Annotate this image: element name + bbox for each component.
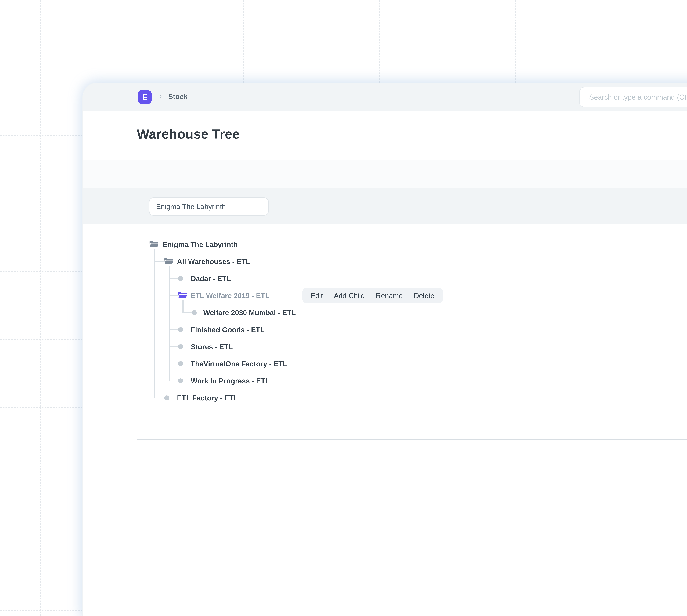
grid-line	[0, 136, 83, 136]
tree-node-thevirtualone-factory-etl[interactable]: TheVirtualOne Factory - ETL₹ 0	[83, 355, 687, 372]
grid-line	[515, 0, 516, 83]
grid-line	[0, 407, 83, 408]
grid-line	[0, 203, 83, 204]
tree-node-label[interactable]: Enigma The Labyrinth	[163, 240, 238, 248]
global-search	[579, 87, 687, 107]
tree-node-stores-etl[interactable]: Stores - ETL₹ 4,67,05,43,23	[83, 338, 687, 355]
tree-toolbar: Expand All	[83, 160, 687, 188]
grid-line	[650, 0, 651, 83]
breadcrumb[interactable]: Stock	[168, 92, 188, 101]
folder-open-icon	[178, 291, 187, 299]
folder-open-icon	[164, 257, 174, 265]
leaf-node-icon	[192, 310, 197, 315]
rename-button[interactable]: Rename	[376, 291, 403, 300]
tree-node-etl-welfare-2019-etl[interactable]: ETL Welfare 2019 - ETL₹ 11,00,000EditAdd…	[83, 287, 687, 304]
app-logo-icon[interactable]: E	[138, 90, 152, 104]
add-child-button[interactable]: Add Child	[334, 291, 365, 300]
node-actions-toolbar: EditAdd ChildRenameDelete	[302, 288, 443, 303]
leaf-node-icon	[178, 378, 183, 383]
tree-node-work-in-progress-etl[interactable]: Work In Progress - ETL₹ 25,00,839	[83, 372, 687, 389]
folder-open-icon	[149, 240, 159, 248]
tree-node-label[interactable]: All Warehouses - ETL	[177, 257, 250, 265]
tree-node-welfare-2030-mumbai-etl[interactable]: Welfare 2030 Mumbai - ETL₹ 11,00,000	[83, 304, 687, 321]
grid-line	[0, 339, 83, 339]
delete-button[interactable]: Delete	[414, 291, 434, 300]
leaf-node-icon	[164, 395, 169, 400]
grid-line	[0, 543, 83, 543]
grid-line	[0, 611, 83, 611]
edit-button[interactable]: Edit	[311, 291, 323, 300]
grid-line	[0, 475, 83, 476]
grid-line	[447, 0, 448, 83]
page-head: Warehouse Tree Menu	[83, 111, 687, 160]
warehouse-tree: Enigma The LabyrinthAll Warehouses - ETL…	[83, 224, 687, 439]
leaf-node-icon	[178, 344, 183, 349]
tree-node-all-warehouses-etl[interactable]: All Warehouses - ETL₹ 4,67,42,22,973	[83, 253, 687, 270]
tree-node-enigma-the-labyrinth[interactable]: Enigma The Labyrinth	[83, 236, 687, 253]
filter-band	[83, 188, 687, 224]
tree-node-label[interactable]: TheVirtualOne Factory - ETL	[191, 359, 287, 368]
grid-line	[108, 0, 109, 83]
tree-node-label[interactable]: Stores - ETL	[191, 343, 233, 351]
leaf-node-icon	[178, 276, 183, 281]
tree-node-etl-factory-etl[interactable]: ETL Factory - ETL₹ 97,01,698	[83, 389, 687, 406]
grid-line	[583, 0, 583, 83]
tree-panel-border-bottom	[137, 439, 687, 440]
tree-node-dadar-etl[interactable]: Dadar - ETL₹ 39,920	[83, 270, 687, 287]
leaf-node-icon	[178, 327, 183, 332]
page-title: Warehouse Tree	[137, 127, 240, 142]
grid-line	[244, 0, 244, 83]
tree-node-label[interactable]: Finished Goods - ETL	[191, 325, 265, 334]
tree-node-label[interactable]: ETL Welfare 2019 - ETL	[191, 291, 270, 300]
leaf-node-icon	[178, 361, 183, 366]
tree-node-label[interactable]: ETL Factory - ETL	[177, 394, 238, 402]
design-canvas: E › Stock J Settings Help Warehouse Tree…	[0, 0, 687, 616]
tree-node-label[interactable]: Welfare 2030 Mumbai - ETL	[203, 308, 296, 316]
top-navbar: E › Stock J Settings Help	[83, 83, 687, 112]
search-input[interactable]	[588, 92, 687, 102]
grid-line	[0, 271, 83, 272]
grid-line	[311, 0, 312, 83]
grid-line	[40, 0, 41, 616]
breadcrumb-chevron-icon: ›	[159, 92, 162, 100]
grid-line	[379, 0, 380, 83]
tree-node-label[interactable]: Work In Progress - ETL	[191, 376, 270, 385]
grid-line	[176, 0, 176, 83]
root-company-input[interactable]	[149, 197, 269, 216]
grid-line	[0, 68, 687, 68]
tree-node-label[interactable]: Dadar - ETL	[191, 274, 231, 282]
tree-node-finished-goods-etl[interactable]: Finished Goods - ETL₹ 38,978	[83, 321, 687, 338]
app-window: E › Stock J Settings Help Warehouse Tree…	[83, 83, 687, 616]
